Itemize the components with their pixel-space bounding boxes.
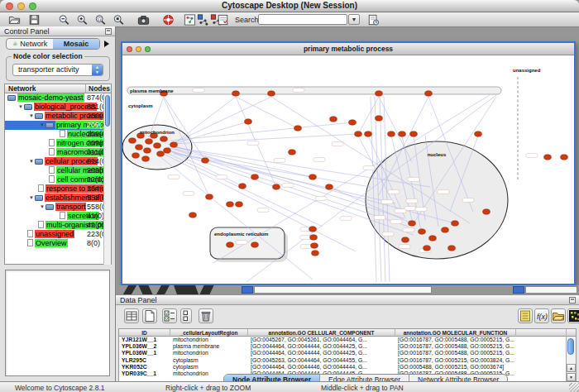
- tree-row[interactable]: mosaic-demo-yeast874(0): [5, 93, 111, 103]
- table-column-header[interactable]: _cellularLayoutRegion: [170, 329, 248, 337]
- tab-overflow-arrow[interactable]: [104, 41, 109, 47]
- tab-network[interactable]: ⚛ Network: [7, 39, 53, 49]
- search-dropdown-arrow[interactable]: ▼: [348, 14, 360, 25]
- network-node[interactable]: [236, 202, 243, 207]
- network-node[interactable]: [376, 91, 383, 96]
- tree-scrollbar[interactable]: [103, 93, 111, 265]
- tree-row[interactable]: ▼primary metabo209(...: [5, 121, 111, 130]
- network-node[interactable]: [561, 155, 568, 160]
- network-window-titlebar[interactable]: primary metabolic process: [122, 43, 574, 55]
- network-node[interactable]: [448, 246, 456, 251]
- network-node[interactable]: [189, 213, 197, 218]
- network-node[interactable]: [419, 229, 426, 234]
- network-node[interactable]: [442, 227, 449, 232]
- table-row[interactable]: YPL036W__1mitochondrion[GO:0044464, GO:0…: [119, 350, 576, 356]
- float-panel-icon[interactable]: [105, 28, 112, 35]
- network-node[interactable]: [239, 184, 246, 189]
- network-node[interactable]: [452, 221, 459, 226]
- network-node[interactable]: [349, 120, 356, 125]
- network-node[interactable]: [245, 119, 252, 124]
- tree-row[interactable]: cellular metabol209(0): [5, 166, 111, 175]
- minimize-window-icon[interactable]: [17, 2, 25, 10]
- network-node[interactable]: [227, 242, 234, 247]
- network-node[interactable]: [311, 243, 318, 248]
- tree-row[interactable]: secretion41(0): [5, 212, 111, 221]
- select-attributes-icon[interactable]: [162, 308, 177, 323]
- save-icon[interactable]: [28, 14, 41, 26]
- background-window-fragment[interactable]: [254, 286, 432, 294]
- network-node[interactable]: [129, 138, 136, 143]
- tree-row[interactable]: nitrogen compo209(0): [5, 139, 111, 148]
- delete-attribute-trash-icon[interactable]: [199, 308, 213, 323]
- table-row[interactable]: YPL036W__2plasma membrane[GO:0044464, GO…: [119, 343, 576, 350]
- tree-expand-arrow-icon[interactable]: ▼: [29, 195, 34, 200]
- network-node[interactable]: [132, 153, 140, 158]
- unselect-attributes-icon[interactable]: [180, 308, 192, 323]
- tree-expand-arrow-icon[interactable]: ▼: [29, 159, 34, 164]
- tree-row[interactable]: unassigned223(0): [5, 230, 111, 239]
- network-node[interactable]: [388, 131, 395, 136]
- network-node[interactable]: [157, 151, 165, 156]
- network-node[interactable]: [376, 116, 383, 121]
- scroll-up-icon[interactable]: ▲: [567, 364, 576, 372]
- zoom-window-icon[interactable]: [29, 2, 36, 10]
- network-node[interactable]: [326, 184, 333, 189]
- network-node[interactable]: [429, 236, 437, 241]
- tree-scrollbar-thumb[interactable]: [105, 95, 110, 127]
- network-node[interactable]: [355, 131, 362, 136]
- birds-eye-view-panel[interactable]: [5, 270, 110, 376]
- new-attribute-icon[interactable]: [142, 308, 157, 323]
- heatmap-matrix-icon[interactable]: [567, 308, 579, 323]
- zoom-out-icon[interactable]: [58, 14, 70, 26]
- tree-row[interactable]: nucleobase-209(0): [5, 130, 111, 139]
- table-scrollbar-thumb[interactable]: [567, 338, 574, 355]
- node-color-combobox[interactable]: transporter activity ▲▼: [12, 64, 103, 76]
- zoom-fit-icon[interactable]: [112, 14, 125, 26]
- tree-row[interactable]: macromolecule311(0): [5, 148, 111, 157]
- network-overview-icon[interactable]: [184, 14, 196, 26]
- tree-row[interactable]: cell communicat22(0): [5, 175, 111, 184]
- network-node[interactable]: [232, 91, 240, 96]
- network-node[interactable]: [330, 117, 337, 122]
- snapshot-camera-icon[interactable]: [137, 14, 150, 26]
- formula-fx-icon[interactable]: f(x): [534, 308, 549, 323]
- destroy-network-icon[interactable]: [197, 14, 209, 26]
- network-node[interactable]: [146, 139, 153, 144]
- network-node[interactable]: [160, 136, 168, 141]
- network-node[interactable]: [423, 246, 431, 251]
- open-file-icon[interactable]: [8, 14, 21, 26]
- network-node[interactable]: [309, 174, 317, 179]
- network-node[interactable]: [410, 131, 418, 136]
- network-node[interactable]: [399, 131, 406, 136]
- table-column-header[interactable]: annotation.GO CELLULAR_COMPONENT: [248, 329, 395, 337]
- tree-row[interactable]: multi-organism pro42(0): [5, 221, 111, 230]
- network-node[interactable]: [251, 174, 259, 179]
- network-node[interactable]: [544, 155, 552, 160]
- tree-row[interactable]: ▼establishment of lo558(0): [5, 194, 111, 203]
- tab-mosaic[interactable]: Mosaic: [53, 39, 99, 49]
- network-node[interactable]: [310, 235, 318, 240]
- float-panel-icon[interactable]: [569, 297, 576, 304]
- network-node[interactable]: [164, 148, 171, 153]
- scroll-down-icon[interactable]: ▼: [567, 373, 576, 381]
- combo-stepper-icon[interactable]: ▲▼: [92, 65, 103, 75]
- annotation-form-icon[interactable]: [217, 14, 229, 26]
- table-column-header[interactable]: [516, 329, 567, 337]
- import-attributes-folder-icon[interactable]: [551, 308, 566, 323]
- table-column-header[interactable]: annotation.GO MOLECULAR_FUNCTION: [395, 329, 516, 337]
- table-scrollbar[interactable]: ▲ ▼: [566, 337, 576, 381]
- network-node[interactable]: [312, 251, 319, 256]
- network-node[interactable]: [142, 156, 150, 161]
- network-node[interactable]: [154, 143, 161, 148]
- help-lifering-icon[interactable]: [162, 14, 175, 26]
- notes-icon[interactable]: [518, 308, 533, 323]
- network-canvas[interactable]: plasma membrane cytoplasm mitochondrion …: [122, 55, 574, 284]
- network-node[interactable]: [273, 184, 280, 189]
- network-node[interactable]: [202, 158, 209, 163]
- background-window-fragment[interactable]: [525, 286, 577, 294]
- close-window-icon[interactable]: [6, 2, 13, 10]
- zoom-selected-icon[interactable]: [94, 14, 107, 26]
- network-node[interactable]: [251, 242, 259, 247]
- tree-expand-arrow-icon[interactable]: ▼: [40, 122, 45, 127]
- tree-row[interactable]: ▼biological_process651(0): [5, 103, 111, 112]
